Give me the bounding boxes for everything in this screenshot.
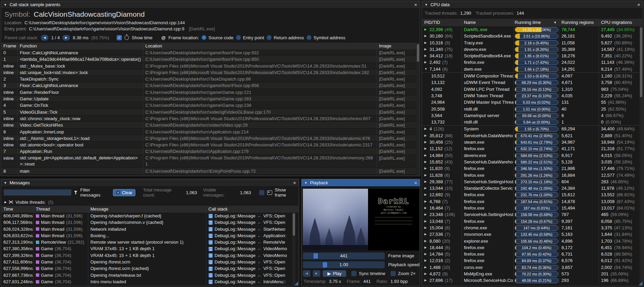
expand-icon[interactable]: ▶ xyxy=(424,33,428,39)
collapse-icon[interactable]: ▼ xyxy=(304,181,307,185)
cpu-row[interactable]: 20,508ntdll.dll1.01 ms (0.00%)4025(62.50… xyxy=(422,106,643,112)
cpu-row[interactable]: 4,092DWM LPC Port Thread29.16 ms (0.13%)… xyxy=(422,86,643,92)
cpu-row[interactable]: ▶4,872(9)MsMpEng.exe70.22 ms (0.30%)5732… xyxy=(422,271,643,277)
frame-image-slider[interactable]: 441 xyxy=(303,253,385,259)
resize-grip[interactable] xyxy=(294,282,298,285)
expand-icon[interactable]: ▶ xyxy=(424,218,428,225)
sync-timeline-checkbox[interactable] xyxy=(351,271,356,276)
message-callstack[interactable]: DebugLog::Message←VFS::Open xyxy=(206,259,290,265)
expand-icon[interactable]: ▶ xyxy=(424,257,428,264)
expand-icon[interactable]: ▶ xyxy=(424,231,428,238)
cpu-row[interactable]: ▶15,652(43)ServiceHub.DataWareho580.22 m… xyxy=(422,159,643,165)
message-callstack[interactable]: DebugLog::Message←VFS::Open xyxy=(206,219,290,226)
cpu-row[interactable]: ▶4,768(7)firefox.exe187.54 ms (0.81%)14,… xyxy=(422,198,643,205)
resize-grip[interactable] xyxy=(639,282,642,285)
expand-icon[interactable]: ▶ xyxy=(424,244,428,251)
cpu-row[interactable]: ▶13,044(10)StandardCollector.Servic242.4… xyxy=(422,185,643,191)
cpu-row[interactable]: 13,732ntdll.dll5.84 us (0.00%)10(0.00%) xyxy=(422,119,643,126)
expand-icon[interactable]: ▶ xyxy=(424,191,428,198)
column-time[interactable]: Time xyxy=(1,206,34,213)
cpu-row[interactable]: ▶11,828(6)firefox.exe291.26 ms (1.26%)16… xyxy=(422,172,643,178)
message-callstack[interactable]: DebugLog::Message←RemoteVie xyxy=(206,239,290,245)
expander-icon[interactable]: ▶ xyxy=(4,201,6,204)
expand-icon[interactable]: ▶ xyxy=(424,251,428,257)
column-image[interactable]: Image xyxy=(377,43,417,49)
expand-icon[interactable]: ▶ xyxy=(424,59,428,66)
collapse-icon[interactable]: ▼ xyxy=(4,3,7,6)
play-button[interactable]: ▶ Play xyxy=(323,270,346,277)
playback-speed-slider[interactable]: 1.00 xyxy=(303,261,385,268)
cpu-row[interactable]: 3,564GameInput server69.68 us (0.00%)64(… xyxy=(422,112,643,119)
radio-return-address[interactable]: Return address xyxy=(267,35,304,40)
expand-icon[interactable]: ▶ xyxy=(424,205,428,211)
close-icon[interactable]: × xyxy=(637,2,640,7)
expand-icon[interactable]: ▶ xyxy=(424,152,428,159)
expand-icon[interactable]: ▶ xyxy=(424,277,428,284)
expand-icon[interactable]: ▶ xyxy=(424,211,428,218)
message-callstack[interactable]: DebugLog::Message←VideoMemo xyxy=(206,245,290,252)
column-frame[interactable]: Frame xyxy=(1,43,18,49)
expand-icon[interactable]: ▶ xyxy=(424,238,428,244)
cpu-row[interactable]: ▶30,456(25)steam.exe643.61 ms (2.79%)34,… xyxy=(422,139,643,145)
expand-icon[interactable]: ▶ xyxy=(424,46,428,53)
cpu-row[interactable]: ▶12,692(9)firefox.exe231.76 ms (1.00%)15… xyxy=(422,191,643,198)
prev-callstack-button[interactable]: ◀ xyxy=(41,35,48,41)
message-callstack[interactable]: DebugLog::Message←Application: xyxy=(206,232,290,239)
expand-icon[interactable]: ▶ xyxy=(424,271,428,277)
radio-entry-point[interactable]: Entry point xyxy=(236,35,264,40)
cpu-row[interactable]: ▶34,412(18)ScriptedSandbox64.exe1.85 s (… xyxy=(422,53,643,59)
message-callstack[interactable]: DebugLog::Message←VideoMemo xyxy=(206,252,290,259)
cpu-row[interactable]: ▶31,340(75)devenv.exe1.91 s (8.26%)35,36… xyxy=(422,46,643,53)
cpu-row[interactable]: ▶10,316(9)Tracy.exe2.18 s (9.45%)11,0585… xyxy=(422,40,643,46)
column-running-regions[interactable]: Running regions xyxy=(559,19,599,26)
next-frame-button[interactable]: ▶ xyxy=(313,270,320,277)
zoom-2x-checkbox[interactable] xyxy=(391,271,396,276)
cpu-row[interactable]: ▶23,348(106)ServiceHub.SettingsHost158.0… xyxy=(422,211,643,218)
expand-icon[interactable]: ▶ xyxy=(424,225,428,231)
cpu-row[interactable]: ▶4(126)System1.55 s (6.70%)69,29434,400(… xyxy=(422,126,643,132)
cpu-row[interactable]: ▶8,080(20)explorer.exe105.66 ms (0.46%)4… xyxy=(422,238,643,244)
expand-icon[interactable]: ▶ xyxy=(424,172,428,178)
message-callstack[interactable]: DebugLog::Message←IntroMenu:: xyxy=(206,278,290,285)
column-name[interactable]: Name xyxy=(462,19,514,26)
cpu-row[interactable]: ▶1,488(10)csrss.exe83.74 ms (0.36%)3,657… xyxy=(422,264,643,271)
column-message[interactable]: Message xyxy=(88,206,206,213)
expand-icon[interactable]: ▶ xyxy=(424,40,428,46)
cpu-row[interactable]: ▶18,444(6)firefox.exe104.2 ms (0.45%)8,1… xyxy=(422,244,643,251)
expand-icon[interactable]: ▶ xyxy=(424,126,428,132)
message-callstack[interactable]: DebugLog::Message←VFS::Open xyxy=(206,213,290,219)
expand-icon[interactable]: ▶ xyxy=(424,264,428,271)
cpu-row[interactable]: 10,512DWM Compositor Thread1.53 s (6.63%… xyxy=(422,72,643,79)
show-frame-checkbox[interactable] xyxy=(259,190,264,195)
column-pid-tid[interactable]: PID/TID xyxy=(422,19,462,26)
expand-icon[interactable]: ▶ xyxy=(424,53,428,59)
clear-button[interactable]: ✕ Clear xyxy=(113,189,135,196)
cpu-row[interactable]: ▶14,784(5)firefox.exe97.95 ms (0.42%)6,7… xyxy=(422,251,643,257)
filter-input[interactable] xyxy=(4,189,71,196)
scrollbar-handle[interactable] xyxy=(640,27,642,97)
expand-icon[interactable]: ▶ xyxy=(424,159,428,165)
scrollbar-handle[interactable] xyxy=(293,213,295,236)
cpu-row[interactable]: ▶15,004(8)chrome.exe147 ms (0.64%)7,1613… xyxy=(422,225,643,231)
cpu-row[interactable]: ▶22,396(49)DarkRL.exe14.33 s (62.06%)78,… xyxy=(422,26,643,33)
cpu-row[interactable]: ▶27,536(7)msvsmon.exe133.45 ms (0.58%)5,… xyxy=(422,231,643,238)
radio-symbol-address[interactable]: Symbol address xyxy=(307,35,345,40)
column-running-time[interactable]: Running time ▼ xyxy=(514,19,559,26)
message-callstack[interactable]: DebugLog::Message←VFS::Open xyxy=(206,265,290,272)
expand-icon[interactable]: ▶ xyxy=(424,145,428,152)
message-callstack[interactable]: DebugLog::Message←VFS::Open xyxy=(206,272,290,278)
cpu-row[interactable]: 3,748DWM Token Thread23.37 ms (0.10%)4,0… xyxy=(422,92,643,99)
cpu-row[interactable]: ▶13,048(7)firefox.exe154.28 ms (0.67%)9,… xyxy=(422,218,643,225)
close-icon[interactable]: × xyxy=(414,180,417,185)
cpu-row[interactable]: 24,964DWM Master Input Threa5.03 ms (0.0… xyxy=(422,99,643,105)
scrollbar-handle[interactable] xyxy=(417,44,419,62)
expand-icon[interactable]: ▶ xyxy=(424,178,428,185)
cpu-row[interactable]: ▶27,696(17)Microsoft.ServiceHub.Co48.06 … xyxy=(422,277,643,284)
next-callstack-button[interactable]: ▶ xyxy=(62,35,70,41)
visible-threads-row[interactable]: ▶ Visible threads: (5) xyxy=(4,199,54,205)
column-function[interactable]: Function xyxy=(18,43,143,49)
cpu-row[interactable]: ▼7,144(8)dwm.exe1.66 s (7.18%)14,2918,21… xyxy=(422,66,643,72)
show-time-checkbox[interactable]: ✓ xyxy=(117,35,122,40)
cpu-row[interactable]: ▶12,016(2)firefox.exe84.89 ms (0.37%)6,5… xyxy=(422,257,643,264)
prev-frame-button[interactable]: ◀ xyxy=(303,270,310,277)
